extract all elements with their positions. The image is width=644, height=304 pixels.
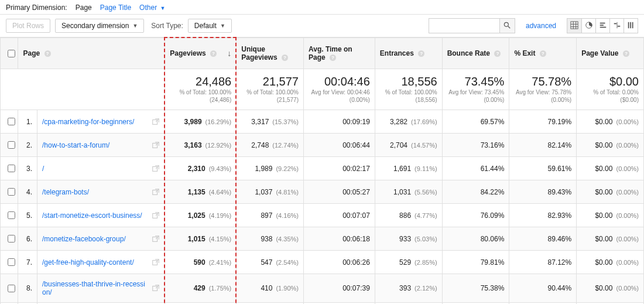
- svg-rect-14: [628, 22, 629, 28]
- table-row: 5./start-monetize-escort-business/1,025(…: [1, 204, 644, 227]
- svg-rect-21: [153, 166, 157, 171]
- view-pie-button[interactable]: [581, 19, 595, 33]
- row-page-value: $0.00(0.00%): [577, 157, 644, 180]
- external-link-icon[interactable]: [152, 118, 160, 126]
- dimension-page[interactable]: Page: [76, 4, 92, 12]
- row-index: 3.: [18, 157, 37, 180]
- row-pageviews: 429(1.75%): [165, 274, 237, 303]
- row-checkbox-cell: [1, 110, 18, 134]
- row-checkbox[interactable]: [8, 165, 15, 172]
- advanced-link[interactable]: advanced: [526, 22, 556, 30]
- row-index: 5.: [18, 204, 37, 227]
- table-row: 3./2,310(9.43%)1,989(9.22%)00:02:171,691…: [1, 157, 644, 180]
- row-index: 6.: [18, 227, 37, 251]
- row-checkbox[interactable]: [8, 258, 15, 266]
- dimension-page-title[interactable]: Page Title: [100, 4, 131, 12]
- external-link-icon[interactable]: [152, 211, 160, 220]
- header-value[interactable]: Page Value ?: [577, 38, 644, 69]
- view-performance-button[interactable]: [595, 19, 609, 33]
- view-comparison-button[interactable]: [609, 19, 624, 33]
- row-exit: 59.61%: [509, 157, 577, 180]
- row-avg-time: 00:07:39: [303, 274, 375, 303]
- row-entrances: 1,031(5.56%): [375, 180, 442, 204]
- svg-line-1: [508, 26, 511, 28]
- controls-bar: Plot Rows Secondary dimension ▼ Sort Typ…: [0, 15, 644, 37]
- row-exit: 89.46%: [509, 227, 577, 251]
- page-link[interactable]: /businesses-that-thrive-in-recession/: [42, 280, 148, 296]
- header-pageviews[interactable]: Pageviews ? ↓: [165, 38, 237, 69]
- row-index: 1.: [18, 110, 37, 134]
- page-link[interactable]: /cpa-marketing-for-beginners/: [42, 118, 148, 126]
- row-unique: 897(4.16%): [237, 204, 304, 227]
- header-pageviews-label: Pageviews: [170, 49, 205, 57]
- row-checkbox-cell: [1, 274, 18, 303]
- search-input[interactable]: [429, 19, 499, 32]
- row-page-cell: /get-free-high-quality-content/: [37, 251, 165, 274]
- sort-type-button[interactable]: Default ▼: [188, 19, 232, 33]
- search-button[interactable]: [499, 19, 515, 33]
- header-avg-time[interactable]: Avg. Time on Page ?: [303, 38, 375, 69]
- row-entrances: 1,691(9.11%): [375, 157, 442, 180]
- row-checkbox[interactable]: [8, 118, 15, 125]
- row-page-cell: /businesses-that-thrive-in-recession/: [37, 274, 165, 303]
- page-link[interactable]: /how-to-start-a-forum/: [42, 141, 148, 149]
- header-unique[interactable]: Unique Pageviews ?: [237, 38, 304, 69]
- header-bounce[interactable]: Bounce Rate ?: [442, 38, 509, 69]
- external-link-icon[interactable]: [152, 258, 160, 267]
- page-link[interactable]: /monetize-facebook-group/: [42, 235, 148, 243]
- view-table-button[interactable]: [567, 19, 581, 33]
- sort-descending-icon: ↓: [227, 49, 231, 58]
- page-link[interactable]: /get-free-high-quality-content/: [42, 258, 148, 267]
- data-table: Page ? Pageviews ? ↓ Unique Pageviews ? …: [0, 37, 644, 304]
- plot-rows-button[interactable]: Plot Rows: [6, 19, 50, 33]
- row-checkbox[interactable]: [8, 235, 15, 242]
- row-bounce: 61.44%: [442, 157, 509, 180]
- search-icon: [503, 21, 511, 31]
- row-checkbox[interactable]: [8, 211, 15, 219]
- svg-rect-25: [153, 213, 157, 218]
- row-page-value: $0.00(0.00%): [577, 227, 644, 251]
- row-bounce: 76.09%: [442, 204, 509, 227]
- row-checkbox[interactable]: [8, 188, 15, 196]
- header-value-label: Page Value: [581, 49, 618, 57]
- external-link-icon[interactable]: [152, 284, 160, 292]
- header-page[interactable]: Page ?: [18, 38, 165, 69]
- external-link-icon[interactable]: [152, 141, 160, 149]
- header-exit[interactable]: % Exit ?: [509, 38, 577, 69]
- row-index: 8.: [18, 274, 37, 303]
- page-link[interactable]: /start-monetize-escort-business/: [42, 211, 148, 220]
- secondary-dimension-button[interactable]: Secondary dimension ▼: [55, 19, 144, 33]
- row-bounce: 73.16%: [442, 134, 509, 157]
- table-row: 7./get-free-high-quality-content/590(2.4…: [1, 251, 644, 274]
- external-link-icon[interactable]: [152, 188, 160, 196]
- search-wrap: [429, 18, 515, 33]
- svg-rect-13: [617, 25, 619, 26]
- dimension-other[interactable]: Other ▼: [139, 4, 165, 12]
- table-row: 8./businesses-that-thrive-in-recession/4…: [1, 274, 644, 303]
- row-unique: 410(1.90%): [237, 274, 304, 303]
- row-page-value: $0.00(0.00%): [577, 134, 644, 157]
- page-link[interactable]: /: [42, 165, 148, 173]
- row-entrances: 933(5.03%): [375, 227, 442, 251]
- table-row: 6./monetize-facebook-group/1,015(4.15%)9…: [1, 227, 644, 251]
- header-entrances[interactable]: Entrances ?: [375, 38, 442, 69]
- chevron-down-icon: ▼: [220, 23, 225, 29]
- row-checkbox[interactable]: [8, 141, 15, 149]
- row-page-cell: /: [37, 157, 165, 180]
- external-link-icon[interactable]: [152, 165, 160, 173]
- row-page-value: $0.00(0.00%): [577, 180, 644, 204]
- row-pageviews: 1,025(4.19%): [165, 204, 237, 227]
- row-avg-time: 00:05:27: [303, 180, 375, 204]
- select-all-checkbox[interactable]: [8, 50, 15, 57]
- page-link[interactable]: /telegram-bots/: [42, 188, 148, 196]
- external-link-icon[interactable]: [152, 235, 160, 243]
- view-pivot-button[interactable]: [624, 19, 638, 33]
- row-exit: 79.19%: [509, 110, 577, 134]
- svg-rect-19: [153, 143, 157, 148]
- help-icon: ?: [282, 54, 288, 61]
- header-unique-label: Unique Pageviews: [241, 45, 277, 62]
- svg-rect-27: [153, 237, 157, 241]
- bars-icon: [599, 21, 607, 31]
- row-unique: 547(2.54%): [237, 251, 304, 274]
- row-checkbox[interactable]: [8, 285, 15, 292]
